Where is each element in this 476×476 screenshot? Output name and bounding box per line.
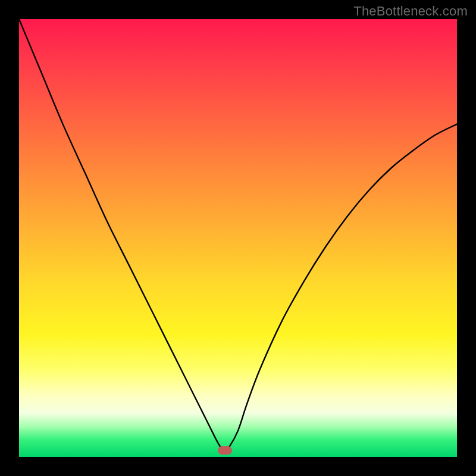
watermark-text: TheBottleneck.com [353,4,468,19]
chart-frame: TheBottleneck.com [0,0,476,476]
optimal-point-marker [218,446,232,455]
bottleneck-curve [19,19,457,457]
plot-area [19,19,457,457]
